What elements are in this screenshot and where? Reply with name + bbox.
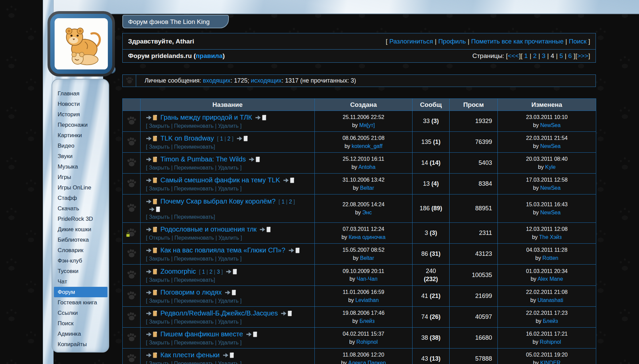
jump-link[interactable] — [146, 267, 157, 276]
jump-link[interactable] — [249, 155, 260, 163]
author-link[interactable]: Блейз — [543, 318, 558, 324]
topic-action-link[interactable]: Удалить — [218, 361, 239, 364]
topic-action-link[interactable]: Удалить — [218, 123, 239, 129]
jump-link[interactable] — [288, 246, 300, 254]
author-link[interactable]: NewSea — [540, 210, 560, 215]
jump-link[interactable] — [146, 225, 157, 234]
author-link[interactable]: NewSea — [540, 122, 560, 128]
topic-action-link[interactable]: Удалить — [218, 319, 239, 325]
sidebar-item-музыка[interactable]: Музыка — [52, 161, 109, 172]
topic-page-link[interactable]: 1 — [220, 136, 223, 142]
pages-prev-link[interactable]: <<< — [508, 52, 519, 59]
topic-action-link[interactable]: Закрыть — [149, 277, 170, 283]
jump-link[interactable] — [146, 176, 157, 184]
session-link[interactable]: Профиль — [438, 38, 466, 45]
topic-action-link[interactable]: Переименовать — [174, 165, 214, 171]
topic-action-link[interactable]: Открыть — [149, 235, 170, 241]
jump-link[interactable] — [146, 134, 157, 143]
topic-action-link[interactable]: Удалить — [218, 256, 239, 262]
topic-title-link[interactable]: Как на вас повлияла тема «Глюки СП»? — [160, 246, 285, 254]
jump-link[interactable] — [146, 246, 157, 254]
sidebar-item-новости[interactable]: Новости — [52, 99, 109, 109]
author-link[interactable]: Алекса Паркер — [348, 360, 386, 364]
author-link[interactable]: Alex Mane — [538, 276, 563, 282]
sidebar-item-копирайты[interactable]: Копирайты — [52, 339, 109, 350]
topic-action-link[interactable]: Переименовать — [174, 361, 214, 364]
page-number-link[interactable]: 6 — [568, 52, 572, 59]
topic-action-link[interactable]: Закрыть — [149, 186, 170, 191]
outbox-link[interactable]: исходящих — [251, 77, 282, 84]
author-link[interactable]: NewSea — [540, 185, 560, 191]
author-link[interactable]: Rotten — [543, 255, 558, 261]
jump-link[interactable] — [146, 288, 157, 297]
topic-action-link[interactable]: Закрыть — [149, 256, 170, 262]
sidebar-item-игры-online[interactable]: Игры OnLine — [52, 182, 109, 193]
pages-next-link[interactable]: >>> — [577, 52, 588, 59]
sidebar-item-библиотека[interactable]: Библиотека — [52, 235, 109, 245]
sidebar-item-видео[interactable]: Видео — [52, 141, 109, 151]
topic-title-link[interactable]: Родословные и отношения тлк — [160, 225, 256, 233]
jump-link[interactable] — [146, 155, 157, 163]
topic-page-link[interactable]: 3 — [217, 269, 220, 275]
author-link[interactable]: Блейз — [360, 318, 375, 324]
author-link[interactable]: Чап-Чап — [357, 276, 377, 282]
page-number-link[interactable]: 2 — [533, 52, 537, 59]
topic-action-link[interactable]: Переименовать — [174, 144, 214, 150]
sidebar-item-priderock-3d[interactable]: PrideRock 3D — [52, 214, 109, 224]
topic-action-link[interactable]: Закрыть — [149, 214, 170, 220]
jump-link[interactable] — [146, 309, 157, 317]
author-link[interactable]: Kyle — [545, 164, 556, 170]
topic-action-link[interactable]: Удалить — [218, 340, 239, 345]
jump-link[interactable] — [281, 309, 292, 317]
topic-action-link[interactable]: Закрыть — [149, 144, 170, 150]
session-link[interactable]: Пометить все как прочитанные — [471, 38, 564, 45]
jump-link[interactable] — [255, 113, 267, 122]
sidebar-item-форум[interactable]: Форум — [54, 287, 108, 297]
author-link[interactable]: Кина одиночка — [349, 234, 386, 240]
jump-link[interactable] — [246, 330, 257, 338]
sidebar-item-чат[interactable]: Чат — [52, 276, 109, 287]
topic-action-link[interactable]: Переименовать — [174, 319, 214, 325]
topic-action-link[interactable]: Переименовать — [174, 256, 214, 262]
rules-link[interactable]: правила — [196, 52, 223, 59]
topic-action-link[interactable]: Закрыть — [149, 165, 170, 171]
page-number-link[interactable]: 5 — [559, 52, 563, 59]
jump-link[interactable] — [146, 330, 157, 338]
topic-title-link[interactable]: Почему Скар выбрал Кову королём? — [160, 198, 276, 205]
topic-action-link[interactable]: Удалить — [218, 186, 239, 191]
topic-title-link[interactable]: Редволл/Redwall-Б.Джейкс/B.Jacques — [160, 309, 278, 317]
sidebar-item-история[interactable]: История — [52, 109, 109, 120]
topic-title-link[interactable]: Грань между природой и ТЛК — [160, 114, 252, 121]
sidebar-item-тусовки[interactable]: Тусовки — [52, 266, 109, 276]
author-link[interactable]: Antoha — [358, 164, 375, 170]
topic-action-link[interactable]: Переименовать — [174, 214, 214, 220]
topic-action-link[interactable]: Удалить — [218, 298, 239, 304]
sidebar-item-стафф[interactable]: Стафф — [52, 193, 109, 203]
session-link[interactable]: Разлогиниться — [389, 38, 433, 45]
page-number-link[interactable]: 3 — [542, 52, 546, 59]
author-link[interactable]: Энс — [362, 210, 372, 215]
author-link[interactable]: kotenok_gaff — [352, 143, 383, 149]
topic-action-link[interactable]: Закрыть — [149, 298, 170, 304]
jump-link[interactable] — [223, 351, 234, 359]
topic-action-link[interactable]: Закрыть — [149, 319, 170, 325]
topic-title-link[interactable]: Самый смешной фанфик на тему TLK — [160, 176, 280, 184]
topic-action-link[interactable]: Закрыть — [149, 123, 170, 129]
topic-action-link[interactable]: Закрыть — [149, 340, 170, 345]
sidebar-item-поиск[interactable]: Поиск — [52, 318, 109, 329]
topic-page-link[interactable]: 2 — [227, 136, 231, 142]
author-link[interactable]: KINDER — [540, 360, 560, 364]
sidebar-item-словарик[interactable]: Словарик — [52, 245, 109, 255]
jump-link[interactable] — [225, 288, 236, 297]
topic-title-link[interactable]: Поговорим о людях — [160, 289, 222, 296]
jump-link[interactable] — [146, 197, 157, 206]
author-link[interactable]: Utanashati — [538, 297, 564, 303]
author-link[interactable]: The Хэйз — [539, 234, 561, 240]
jump-link[interactable] — [149, 206, 160, 213]
topic-action-link[interactable]: Переименовать — [174, 186, 214, 191]
sidebar-item-звуки[interactable]: Звуки — [52, 151, 109, 161]
topic-page-link[interactable]: 2 — [289, 199, 292, 205]
topic-action-link[interactable]: Переименовать — [174, 298, 214, 304]
author-link[interactable]: Beltar — [360, 255, 374, 261]
jump-link[interactable] — [260, 225, 271, 234]
